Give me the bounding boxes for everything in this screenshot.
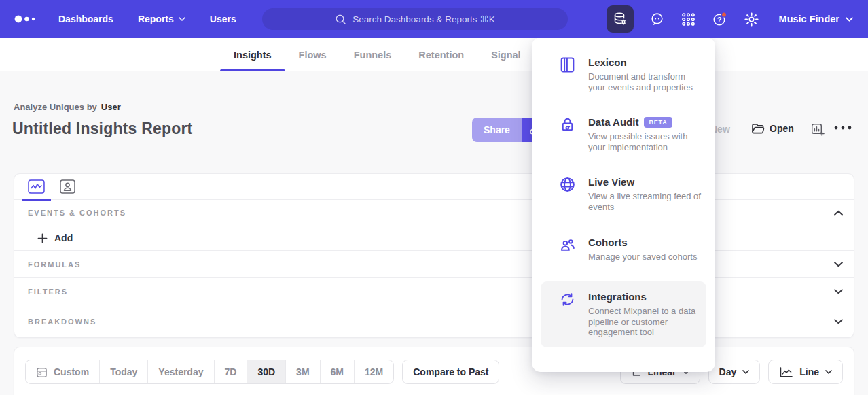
chevron-up-icon[interactable] (834, 210, 843, 216)
menu-item-lexicon[interactable]: Lexicon Document and transform your even… (532, 56, 715, 92)
chevron-down-icon (834, 289, 843, 294)
tab-signal[interactable]: Signal (491, 38, 521, 71)
context-value[interactable]: User (101, 102, 121, 112)
tab-flows[interactable]: Flows (299, 38, 327, 71)
analyze-context: Analyze Uniques byUser (14, 102, 121, 112)
mixpanel-logo[interactable] (14, 14, 42, 24)
date-range-toolbar: Custom Today Yesterday 7D 30D 3M 6M 12M … (25, 360, 499, 384)
events-cohorts-label: EVENTS & COHORTS (28, 209, 126, 217)
chevron-down-icon (846, 17, 853, 22)
breakdowns-section-header[interactable]: BREAKDOWNS (14, 305, 854, 337)
menu-item-cohorts[interactable]: Cohorts Manage your saved cohorts (532, 237, 715, 262)
gear-icon (744, 12, 759, 27)
events-mode-tab[interactable] (28, 174, 45, 200)
open-report-button[interactable]: Open (751, 122, 794, 135)
share-button[interactable]: Share (472, 118, 522, 142)
search-icon (335, 14, 346, 25)
formulas-section-header[interactable]: FORMULAS (14, 251, 854, 278)
more-options-button[interactable] (833, 125, 852, 131)
notification-dot (721, 12, 726, 17)
lexicon-icon (559, 56, 577, 92)
data-management-button[interactable] (607, 5, 634, 33)
live-view-icon (559, 176, 577, 212)
tab-insights[interactable]: Insights (234, 38, 272, 71)
chevron-down-icon (742, 370, 749, 374)
query-builder-panel: EVENTS & COHORTS Add FORMULAS FILTERS BR… (14, 173, 854, 338)
search-placeholder: Search Dashboards & Reports ⌘K (352, 14, 494, 24)
folder-icon (751, 122, 765, 135)
tab-retention[interactable]: Retention (418, 38, 464, 71)
global-search-input[interactable]: Search Dashboards & Reports ⌘K (262, 8, 568, 30)
filters-section-header[interactable]: FILTERS (14, 278, 854, 305)
data-audit-icon (559, 116, 577, 152)
add-to-board-button[interactable] (811, 123, 825, 137)
nav-reports[interactable]: Reports (138, 14, 185, 24)
chart-mode-icon (28, 179, 45, 194)
feedback-button[interactable] (649, 12, 665, 27)
range-6m[interactable]: 6M (321, 360, 355, 383)
settings-button[interactable] (744, 12, 759, 27)
events-cohorts-section-header[interactable]: EVENTS & COHORTS (14, 200, 854, 226)
range-7d[interactable]: 7D (215, 360, 248, 383)
app-window: Dashboards Reports Users Search Dashboar… (0, 0, 868, 395)
primary-nav: Dashboards Reports Users (58, 14, 236, 24)
range-yesterday[interactable]: Yesterday (148, 360, 214, 383)
context-label: Analyze Uniques by (14, 102, 97, 112)
apps-grid-icon (681, 12, 696, 27)
help-button[interactable]: ? (712, 11, 728, 27)
beta-badge: BETA (644, 117, 672, 128)
plus-icon (37, 233, 48, 243)
chevron-down-icon (179, 17, 185, 21)
svg-text:?: ? (717, 16, 721, 24)
range-today[interactable]: Today (100, 360, 148, 383)
nav-dashboards[interactable]: Dashboards (58, 14, 113, 24)
cohorts-icon (559, 237, 577, 262)
query-mode-tabs (14, 174, 854, 200)
apps-grid-button[interactable] (681, 12, 696, 27)
chevron-down-icon (834, 262, 843, 267)
integrations-icon (559, 291, 577, 338)
add-to-board-icon (811, 123, 825, 137)
chart-type-select[interactable]: Line (768, 360, 843, 384)
chat-bubble-icon (649, 12, 665, 27)
tab-funnels[interactable]: Funnels (354, 38, 392, 71)
workspace-switcher[interactable]: Music Finder (779, 14, 853, 24)
report-tabbar: Insights Flows Funnels Retention Signal … (0, 38, 868, 71)
user-mode-icon (60, 179, 75, 194)
range-12m[interactable]: 12M (355, 360, 393, 383)
navbar-right-cluster: ? Music Finder (607, 0, 853, 38)
chevron-down-icon (825, 370, 832, 374)
data-management-icon (613, 12, 628, 27)
range-30d[interactable]: 30D (247, 360, 286, 383)
nav-users[interactable]: Users (210, 14, 236, 24)
menu-item-integrations[interactable]: Integrations Connect Mixpanel to a data … (541, 281, 706, 347)
data-management-menu: Lexicon Document and transform your even… (532, 37, 715, 372)
menu-item-live-view[interactable]: Live View View a live streaming feed of … (532, 176, 715, 212)
chart-controls-panel: Custom Today Yesterday 7D 30D 3M 6M 12M … (14, 347, 854, 395)
page-title[interactable]: Untitled Insights Report (12, 120, 192, 138)
users-mode-tab[interactable] (60, 174, 75, 200)
date-range-segmented-control: Custom Today Yesterday 7D 30D 3M 6M 12M (25, 360, 394, 384)
range-3m[interactable]: 3M (286, 360, 320, 383)
top-navbar: Dashboards Reports Users Search Dashboar… (0, 0, 868, 38)
range-custom[interactable]: Custom (26, 360, 100, 383)
workspace-name: Music Finder (779, 14, 839, 24)
interval-select[interactable]: Day (708, 360, 761, 384)
line-chart-icon (779, 366, 793, 378)
menu-item-data-audit[interactable]: Data Audit BETA View possible issues wit… (532, 116, 715, 152)
add-event-button[interactable]: Add (14, 226, 854, 251)
compare-to-past-button[interactable]: Compare to Past (402, 360, 499, 384)
help-icon: ? (712, 11, 728, 27)
chevron-down-icon (834, 319, 843, 324)
ellipsis-icon (833, 125, 852, 131)
calendar-icon (36, 366, 48, 378)
